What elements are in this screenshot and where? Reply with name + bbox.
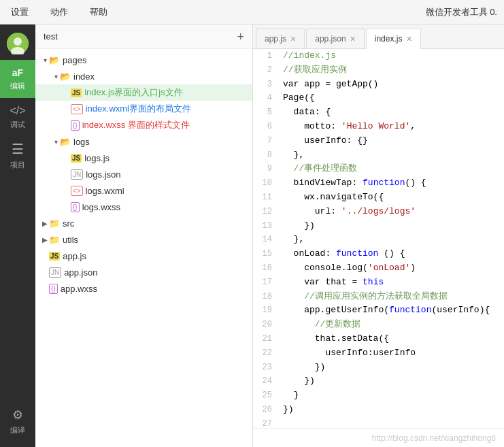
tree-icon-wxml: <> [71,186,83,196]
tree-item[interactable]: ▾📂 logs [35,133,252,150]
code-token: //更新数据 [283,319,360,329]
compile-icon: ⚙ [12,408,23,423]
tree-item[interactable]: {} index.wxss 界面的样式文件 [35,117,252,133]
tab-app-js[interactable]: app.js× [256,28,305,48]
menu-actions[interactable]: 动作 [46,3,72,21]
line-content: motto: 'Hello World', [280,120,504,134]
code-token: }, [283,150,304,160]
code-token: app.getUserInfo( [283,305,389,315]
line-number: 21 [253,332,280,346]
line-number: 23 [253,361,280,375]
tab-app-json[interactable]: app.json× [306,28,365,48]
tree-icon-json: JN [49,267,61,278]
tab-close-icon[interactable]: × [290,33,296,44]
line-content: }) [280,219,504,233]
sidebar-item-debug[interactable]: </> 调试 [0,98,35,136]
tree-item[interactable]: <> logs.wxml [35,182,252,199]
line-number: 18 [253,290,280,304]
line-content: Page({ [280,91,504,105]
menu-help[interactable]: 帮助 [86,3,112,21]
tree-label: src [63,218,74,229]
code-token: function [389,305,431,315]
tree-item[interactable]: {} logs.wxss [35,199,252,215]
code-line: 2//获取应用实例 [253,63,504,78]
line-content: var that = this [280,276,504,290]
line-number: 20 [253,318,280,332]
tab-close-icon[interactable]: × [406,33,411,44]
tree-icon-folder: 📁 [49,218,60,229]
tree-label: app.wxss [61,284,97,294]
line-content: //更新数据 [280,318,504,332]
code-token: userInfo: {} [283,135,368,146]
tree-label: app.js [63,251,86,261]
tree-label: index.wxss 界面的样式文件 [82,119,190,131]
compile-label: 编译 [10,425,25,435]
line-content: //index.js [280,49,504,63]
tree-label: pages [63,55,86,65]
file-tree-add-button[interactable]: + [237,31,244,43]
avatar-image [7,33,29,54]
sidebar-item-editor[interactable]: aF 编辑 [0,60,35,98]
tree-item[interactable]: JN app.json [35,264,252,280]
tree-item[interactable]: JS index.js界面的入口js文件 [35,84,252,101]
debug-icon: </> [10,105,25,117]
tree-icon-folder: 📂 [49,55,60,65]
code-line: 1//index.js [253,49,504,63]
sidebar-item-project[interactable]: ☰ 项目 [0,136,35,174]
sidebar-item-compile[interactable]: ⚙ 编译 [0,402,35,440]
code-token: }) [283,404,294,414]
code-token: url: [283,206,341,216]
code-line: 21 that.setData({ [253,332,504,346]
tree-label: logs.js [84,153,110,163]
code-token: that.setData({ [283,333,389,344]
debug-label: 调试 [10,120,25,130]
line-number: 9 [253,162,280,176]
avatar[interactable] [0,27,35,60]
code-line: 11 wx.navigateTo({ [253,191,504,205]
line-content: }) [280,361,504,375]
line-content: app.getUserInfo(function(userInfo){ [280,303,504,318]
code-editor[interactable]: 1//index.js2//获取应用实例3var app = getApp()4… [253,49,504,428]
tree-item[interactable]: ▾📂 index [35,68,252,84]
tab-label: index.js [375,34,403,44]
line-content: //获取应用实例 [280,63,504,78]
tree-label: logs.wxss [82,202,120,212]
line-number: 5 [253,105,280,120]
code-token: //index.js [283,50,336,61]
code-token: 'onLoad' [368,263,410,273]
tree-icon-js: JS [49,252,60,261]
tree-item[interactable]: JS app.js [35,248,252,264]
tab-label: app.json [315,34,346,44]
tab-close-icon[interactable]: × [350,33,356,44]
tree-item[interactable]: ▶📁 src [35,215,252,231]
tree-item[interactable]: <> index.wxml界面的布局文件 [35,101,252,117]
tree-label: logs.json [86,169,120,180]
code-line: 15 onLoad: function () { [253,247,504,261]
tree-icon-json: JN [71,169,83,180]
tab-index-js[interactable]: index.js× [366,29,421,49]
tree-item[interactable]: {} app.wxss [35,280,252,297]
line-content: }) [280,374,504,388]
tree-item[interactable]: ▶📁 utils [35,231,252,248]
project-label: 项目 [10,160,25,170]
tab-label: app.js [265,34,286,44]
tree-icon-folder: 📂 [60,137,71,147]
tree-label: index.js界面的入口js文件 [84,86,182,99]
menu-left: 设置 动作 帮助 [7,3,112,21]
code-token: bindViewTap: [283,178,363,188]
line-content: onLoad: function () { [280,247,504,261]
code-token: }, [283,234,304,244]
code-token: Page({ [283,93,315,103]
menu-settings[interactable]: 设置 [7,3,33,21]
code-line: 27 [253,417,504,428]
code-line: 3var app = getApp() [253,78,504,92]
code-token: console.log( [283,263,368,273]
code-token: //调用应用实例的方法获取全局数据 [283,291,448,301]
line-number: 16 [253,261,280,276]
tree-item[interactable]: JN logs.json [35,166,252,182]
line-content: data: { [280,105,504,120]
tree-item[interactable]: JS logs.js [35,150,252,166]
code-line: 12 url: '../logs/logs' [253,205,504,219]
tree-arrow: ▾ [41,56,49,64]
tree-item[interactable]: ▾📂 pages [35,52,252,68]
